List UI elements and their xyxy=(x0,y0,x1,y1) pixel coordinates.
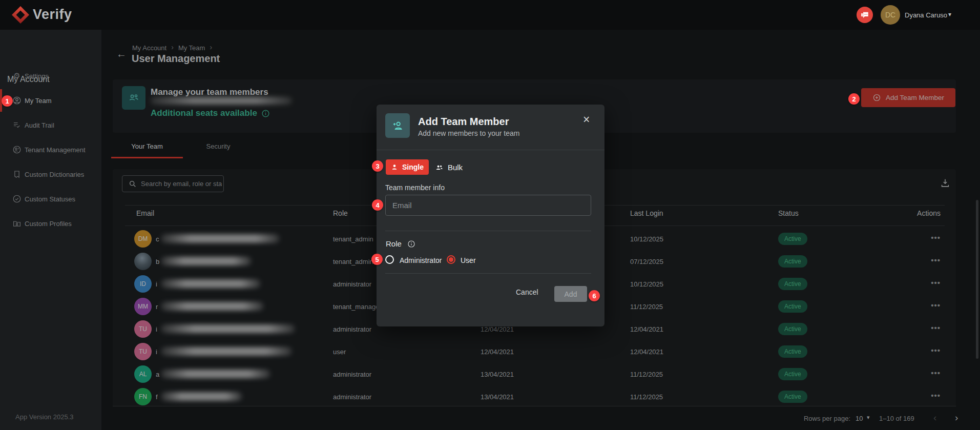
chevron-down-icon[interactable]: ▾ xyxy=(948,11,951,18)
chat-bubble-icon xyxy=(860,10,869,19)
person-add-icon xyxy=(385,113,410,138)
close-icon[interactable]: × xyxy=(583,114,590,126)
annotation-badge-5: 5 xyxy=(371,254,383,265)
single-mode-button[interactable]: Single xyxy=(386,159,429,175)
verify-logo-icon xyxy=(12,6,29,24)
add-team-member-modal: Add Team Member Add new members to your … xyxy=(377,105,604,326)
modal-subtitle: Add new members to your team xyxy=(418,129,519,137)
chat-button[interactable] xyxy=(857,7,873,23)
annotation-badge-1: 1 xyxy=(2,95,13,107)
team-member-info-label: Team member info xyxy=(385,183,445,192)
top-bar: Verify DC Dyana Caruso ▾ xyxy=(0,0,980,30)
annotation-badge-6: 6 xyxy=(589,290,600,301)
annotation-badge-4: 4 xyxy=(372,199,383,211)
divider xyxy=(385,273,591,274)
brand-title: Verify xyxy=(33,7,72,23)
app-window: Verify DC Dyana Caruso ▾ My Account ⚙ Se… xyxy=(0,0,980,430)
email-input[interactable] xyxy=(385,195,591,216)
administrator-radio-label[interactable]: Administrator xyxy=(400,256,442,264)
annotation-badge-2: 2 xyxy=(848,93,860,105)
user-avatar[interactable]: DC xyxy=(881,5,900,25)
user-radio[interactable] xyxy=(447,255,455,264)
divider xyxy=(385,231,591,231)
people-icon xyxy=(435,163,444,171)
divider xyxy=(377,150,604,150)
info-icon[interactable] xyxy=(407,240,415,248)
role-label: Role xyxy=(386,239,415,248)
person-icon xyxy=(391,163,398,171)
user-name[interactable]: Dyana Caruso xyxy=(905,11,947,19)
user-radio-label[interactable]: User xyxy=(461,256,476,264)
annotation-badge-3: 3 xyxy=(372,160,383,172)
add-submit-button[interactable]: Add xyxy=(554,286,587,302)
bulk-mode-button[interactable]: Bulk xyxy=(433,159,465,175)
cancel-button[interactable]: Cancel xyxy=(516,288,538,296)
administrator-radio[interactable] xyxy=(385,255,394,264)
modal-title: Add Team Member xyxy=(418,116,509,128)
